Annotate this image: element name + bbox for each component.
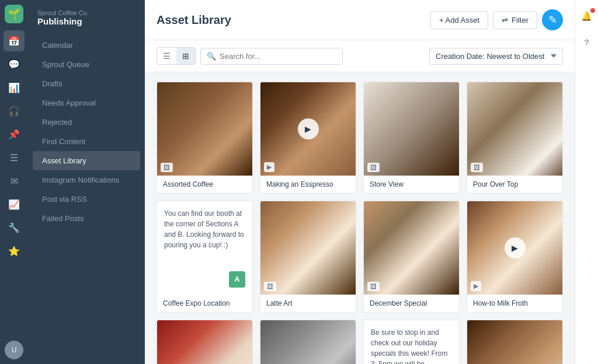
sidebar-icon-analytics[interactable]: 📈 [4, 194, 25, 215]
asset-name: How-to Milk Froth [467, 295, 562, 312]
app-logo: 🌱 [5, 5, 23, 23]
asset-name: Store View [364, 176, 459, 193]
app-name: Publishing [37, 16, 135, 26]
asset-thumbnail: 🖼 [260, 320, 356, 364]
sort-select[interactable]: Creation Date: Newest to OldestCreation … [429, 48, 563, 65]
asset-name: December Special [364, 295, 459, 312]
right-bar: 🔔 ? [575, 0, 598, 364]
asset-thumbnail: ▶ ▶ [467, 201, 562, 295]
asset-type-badge: 🖼 [367, 163, 380, 172]
asset-grid-container: 🖼 Assorted Coffee ▶ ▶ Making an Esspress… [145, 72, 575, 364]
asset-type-badge: ▶ [264, 162, 274, 172]
compose-button[interactable]: ✎ [542, 9, 563, 30]
asset-name: Coffee Expo Location [157, 295, 252, 312]
nav-item-failed-posts[interactable]: Failed Posts [33, 209, 140, 228]
asset-name: Assorted Coffee [157, 176, 252, 193]
sidebar-icon-publishing[interactable]: 📅 [4, 30, 25, 51]
asset-type-badge: 🖼 [264, 282, 276, 291]
nav-item-drafts[interactable]: Drafts [33, 74, 140, 93]
asset-card[interactable]: 🖼 December Special [363, 201, 460, 313]
toolbar: ☰ ⊞ 🔍 Creation Date: Newest to OldestCre… [145, 40, 575, 72]
nav-item-instagram-notifications[interactable]: Instagram Notifications [33, 170, 140, 190]
nav-item-calendar[interactable]: Calendar [33, 36, 140, 55]
compose-icon: ✎ [548, 13, 557, 26]
nav-item-post-via-rss[interactable]: Post via RSS [33, 190, 140, 209]
asset-card[interactable]: 🖼 [157, 320, 253, 364]
play-icon: ▶ [298, 118, 319, 139]
play-icon: ▶ [505, 237, 526, 258]
main-header: Asset Library + Add Asset ⇌ Filter ✎ [145, 0, 575, 40]
nav-item-asset-library[interactable]: Asset Library [33, 151, 140, 170]
asset-thumbnail: 🖼 [157, 320, 252, 364]
list-view-button[interactable]: ☰ [157, 48, 176, 64]
nav-item-needs-approval[interactable]: Needs Approval [33, 93, 140, 113]
page-title: Asset Library [157, 13, 231, 27]
asset-card[interactable]: 🖼 [260, 320, 356, 364]
asset-thumbnail: ▶ ▶ [260, 82, 356, 176]
grid-view-button[interactable]: ⊞ [176, 48, 195, 64]
asset-card[interactable]: 🖼 Store View [363, 82, 460, 194]
text-icon: A [229, 271, 245, 288]
asset-type-badge: ▶ [471, 281, 481, 291]
asset-name: Making an Esspresso [260, 176, 356, 193]
notifications-icon[interactable]: 🔔 [578, 7, 596, 26]
company-name: Sprout Coffee Co. [37, 9, 135, 16]
asset-type-badge: 🖼 [161, 163, 173, 172]
asset-card[interactable]: 🖼 Assorted Coffee [157, 82, 253, 194]
asset-type-badge: 🖼 [471, 163, 483, 172]
asset-card[interactable]: Be sure to stop in and check out our hol… [363, 320, 460, 364]
sidebar-icon-tools[interactable]: 🔧 [4, 217, 25, 238]
sidebar-icon-reports[interactable]: 📊 [4, 77, 25, 98]
header-actions: + Add Asset ⇌ Filter ✎ [430, 9, 563, 30]
sidebar-icon-listen[interactable]: 🎧 [4, 100, 25, 121]
sidebar-icon-pin[interactable]: 📌 [4, 124, 25, 145]
asset-card[interactable]: 🖼 Pour Over Top [467, 82, 563, 194]
asset-name: Latte Art [260, 295, 356, 312]
search-icon: 🔍 [207, 52, 216, 61]
nav-sidebar: Sprout Coffee Co. Publishing Calendar Sp… [28, 0, 145, 364]
asset-thumbnail: 🖼 [364, 201, 459, 295]
asset-card[interactable]: You can find our booth at the corner of … [157, 201, 253, 313]
asset-type-badge: 🖼 [367, 282, 380, 291]
main-content: Asset Library + Add Asset ⇌ Filter ✎ ☰ ⊞… [145, 0, 575, 364]
sidebar-icon-paper[interactable]: ✉ [4, 170, 25, 191]
nav-item-sprout-queue[interactable]: Sprout Queue [33, 55, 140, 74]
asset-card[interactable]: 🖼 [467, 320, 563, 364]
asset-card[interactable]: ▶ ▶ Making an Esspresso [260, 82, 356, 194]
sidebar-icon-list[interactable]: ☰ [4, 147, 25, 168]
asset-text-body: You can find our booth at the corner of … [157, 201, 252, 295]
filter-button[interactable]: ⇌ Filter [493, 11, 537, 29]
brand-section: Sprout Coffee Co. Publishing [28, 7, 145, 36]
nav-item-rejected[interactable]: Rejected [33, 113, 140, 132]
view-toggle: ☰ ⊞ [157, 47, 196, 65]
toolbar-left: ☰ ⊞ 🔍 [157, 47, 343, 65]
asset-card[interactable]: ▶ ▶ How-to Milk Froth [467, 201, 563, 313]
filter-label: Filter [512, 16, 529, 24]
nav-item-find-content[interactable]: Find Content [33, 132, 140, 151]
asset-card[interactable]: 🖼 Latte Art [260, 201, 356, 313]
asset-text-content: You can find our booth at the corner of … [164, 208, 245, 250]
asset-grid: 🖼 Assorted Coffee ▶ ▶ Making an Esspress… [157, 82, 563, 364]
asset-text-body: Be sure to stop in and check out our hol… [364, 320, 459, 364]
icon-sidebar: 🌱 📅 💬 📊 🎧 📌 ☰ ✉ 📈 🔧 ⭐ U [0, 0, 28, 364]
user-avatar[interactable]: U [5, 341, 23, 359]
add-asset-button[interactable]: + Add Asset [430, 11, 488, 29]
asset-thumbnail: 🖼 [467, 320, 562, 364]
asset-text-content: Be sure to stop in and check out our hol… [371, 327, 452, 364]
filter-icon: ⇌ [502, 16, 508, 24]
help-icon[interactable]: ? [578, 33, 596, 51]
asset-name: Pour Over Top [467, 176, 562, 193]
search-box: 🔍 [200, 48, 343, 65]
search-input[interactable] [220, 52, 336, 61]
asset-thumbnail: 🖼 [467, 82, 562, 176]
asset-thumbnail: 🖼 [260, 201, 356, 295]
sidebar-icon-inbox[interactable]: 💬 [4, 54, 25, 75]
sidebar-icon-star[interactable]: ⭐ [4, 240, 25, 261]
asset-thumbnail: 🖼 [364, 82, 459, 176]
asset-thumbnail: 🖼 [157, 82, 252, 176]
